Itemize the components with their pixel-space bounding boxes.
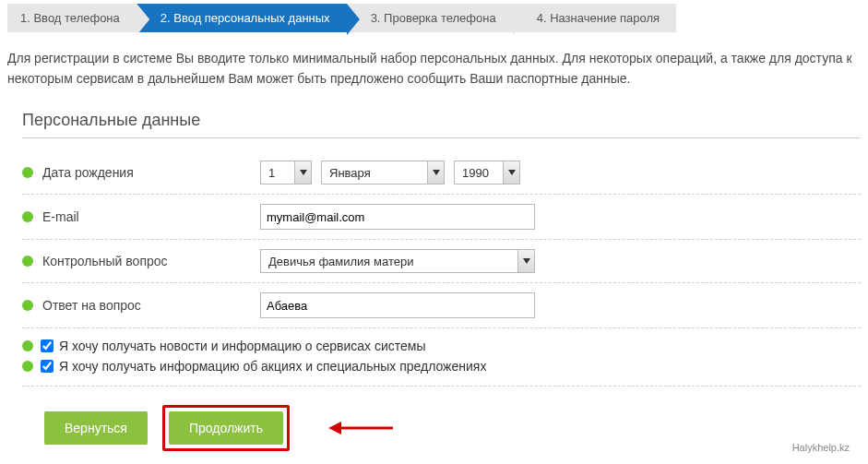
step-personal-data[interactable]: 2. Ввод персональных данных — [137, 4, 347, 32]
promo-checkbox[interactable] — [41, 360, 54, 373]
step-label: 3. Проверка телефона — [371, 11, 496, 25]
news-checkbox-label: Я хочу получать новости и информацию о с… — [59, 339, 426, 353]
svg-marker-2 — [508, 170, 516, 175]
answer-field[interactable] — [260, 292, 535, 318]
bullet-icon — [22, 300, 33, 311]
step-phone-verify[interactable]: 3. Проверка телефона — [347, 4, 513, 32]
bullet-icon — [22, 211, 33, 222]
step-label: 2. Ввод персональных данных — [161, 11, 330, 25]
row-answer: Ответ на вопрос — [22, 283, 861, 328]
answer-label: Ответ на вопрос — [42, 298, 260, 313]
dob-year-value: 1990 — [462, 166, 489, 180]
email-field[interactable] — [260, 204, 535, 230]
question-value: Девичья фамилия матери — [268, 255, 413, 268]
email-label: E-mail — [42, 209, 260, 224]
bullet-icon — [22, 340, 33, 351]
dob-day-value: 1 — [268, 166, 275, 180]
dob-year-select[interactable]: 1990 — [454, 161, 520, 184]
row-dob: Дата рождения 1 Января 1990 — [22, 151, 861, 195]
action-buttons: Вернуться Продолжить — [22, 387, 861, 451]
bullet-icon — [22, 361, 33, 372]
promo-checkbox-row: Я хочу получать информацию об акциях и с… — [22, 356, 861, 376]
dropdown-arrow-icon — [294, 161, 311, 184]
row-security-question: Контрольный вопрос Девичья фамилия матер… — [22, 240, 861, 283]
bullet-icon — [22, 167, 33, 178]
opt-in-section: Я хочу получать новости и информацию о с… — [22, 328, 861, 387]
step-label: 1. Ввод телефона — [20, 11, 120, 25]
dropdown-arrow-icon — [517, 250, 534, 272]
svg-marker-0 — [300, 170, 307, 175]
svg-marker-5 — [328, 422, 341, 434]
step-label: 4. Назначение пароля — [537, 11, 660, 25]
dob-month-value: Января — [329, 166, 371, 180]
dropdown-arrow-icon — [427, 161, 444, 184]
dropdown-arrow-icon — [503, 161, 519, 184]
svg-marker-1 — [433, 170, 440, 175]
continue-highlight: Продолжить — [162, 405, 290, 451]
security-question-select[interactable]: Девичья фамилия матери — [260, 249, 535, 273]
back-button[interactable]: Вернуться — [44, 411, 148, 445]
question-label: Контрольный вопрос — [42, 254, 260, 268]
arrow-left-icon — [328, 420, 393, 436]
promo-checkbox-label: Я хочу получать информацию об акциях и с… — [59, 359, 486, 374]
svg-marker-3 — [523, 258, 530, 264]
news-checkbox[interactable] — [41, 339, 54, 352]
dob-month-select[interactable]: Января — [321, 161, 445, 184]
dob-day-select[interactable]: 1 — [260, 161, 312, 184]
section-title: Персональные данные — [22, 111, 861, 138]
dob-controls: 1 Января 1990 — [260, 161, 520, 184]
bullet-icon — [22, 256, 33, 267]
step-phone-input[interactable]: 1. Ввод телефона — [7, 4, 137, 32]
personal-data-section: Персональные данные Дата рождения 1 Янва… — [7, 111, 861, 451]
intro-text: Для регистрации в системе Вы вводите тол… — [7, 49, 861, 89]
dob-label: Дата рождения — [42, 165, 260, 180]
row-email: E-mail — [22, 195, 861, 240]
continue-button[interactable]: Продолжить — [169, 411, 283, 445]
watermark: Halykhelp.kz — [792, 442, 850, 453]
step-set-password[interactable]: 4. Назначение пароля — [513, 4, 676, 32]
registration-steps: 1. Ввод телефона 2. Ввод персональных да… — [7, 4, 861, 32]
news-checkbox-row: Я хочу получать новости и информацию о с… — [22, 336, 861, 356]
